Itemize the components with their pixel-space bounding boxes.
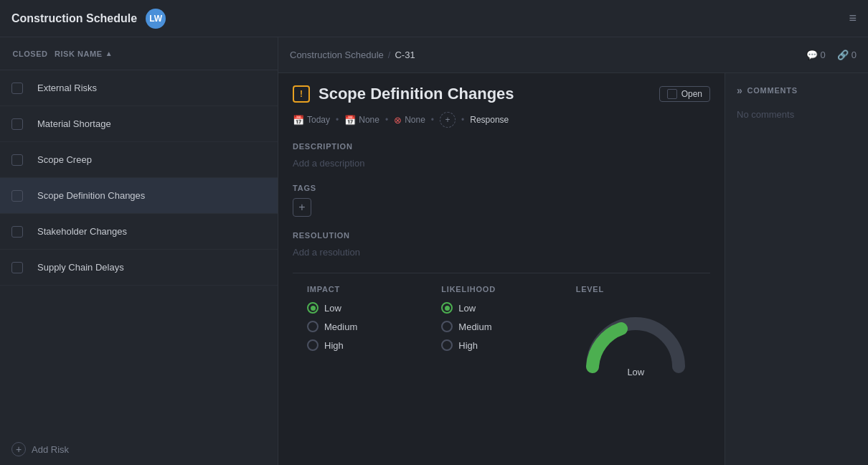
app-header: Construction Schedule LW ≡ [0, 0, 868, 37]
metrics-section: IMPACT Low Medium [293, 273, 710, 389]
breadcrumb-id: C-31 [395, 50, 415, 60]
impact-medium-option[interactable]: Medium [307, 321, 427, 332]
resolution-label: RESOLUTION [293, 231, 710, 240]
level-value: Low [627, 367, 644, 377]
comment-count: 0 [821, 50, 826, 60]
menu-icon[interactable]: ≡ [849, 11, 857, 26]
open-status-badge[interactable]: Open [659, 86, 710, 102]
meta-separator: • [336, 115, 339, 125]
no-comments-text: No comments [737, 109, 794, 120]
likelihood-medium-radio[interactable] [441, 321, 453, 332]
comments-header: » COMMENTS [737, 85, 857, 96]
attachment-badge[interactable]: 🔗 0 [837, 50, 857, 60]
impact-high-option[interactable]: High [307, 339, 427, 351]
table-row[interactable]: Supply Chain Delays [0, 250, 278, 286]
none-label-1: None [359, 115, 379, 125]
add-tag-button[interactable]: + [293, 198, 311, 217]
risk-name-label: External Risks [37, 83, 97, 93]
end-date-meta[interactable]: ⊗ None [394, 115, 425, 126]
likelihood-radio-group: Low Medium High [441, 302, 561, 351]
likelihood-high-option[interactable]: High [441, 339, 561, 351]
description-label: DESCRIPTION [293, 142, 710, 151]
impact-low-option[interactable]: Low [307, 302, 427, 314]
risk-warning-icon: ! [293, 85, 310, 103]
list-header: CLOSED RISK NAME ▲ [0, 37, 278, 70]
impact-high-label: High [324, 340, 344, 351]
attachment-icon: 🔗 [837, 50, 849, 60]
main-layout: CLOSED RISK NAME ▲ External Risks Materi… [0, 37, 868, 465]
breadcrumb-project[interactable]: Construction Schedule [290, 50, 384, 60]
table-row[interactable]: Scope Definition Changes [0, 178, 278, 214]
level-column: LEVEL Low [576, 285, 696, 377]
risk-name-label: Material Shortage [37, 118, 111, 129]
risk-checkbox[interactable] [11, 118, 23, 130]
date-meta[interactable]: 📅 Today [293, 115, 330, 126]
table-row[interactable]: Stakeholder Changes [0, 214, 278, 250]
risk-checkbox[interactable] [11, 154, 23, 166]
metrics-row: IMPACT Low Medium [307, 285, 696, 377]
likelihood-low-option[interactable]: Low [441, 302, 561, 314]
impact-high-radio[interactable] [307, 339, 319, 351]
avatar: LW [146, 9, 166, 29]
detail-header-icons: 💬 0 🔗 0 [806, 50, 857, 60]
likelihood-high-label: High [458, 340, 478, 351]
likelihood-medium-label: Medium [458, 321, 491, 332]
response-label[interactable]: Response [470, 115, 509, 125]
sort-arrow-icon[interactable]: ▲ [105, 50, 113, 57]
detail-main: ! Scope Definition Changes Open 📅 Today … [278, 73, 725, 465]
closed-column-header: CLOSED [11, 50, 49, 58]
likelihood-label: LIKELIHOOD [441, 285, 561, 293]
risk-checkbox[interactable] [11, 262, 23, 273]
add-risk-button[interactable]: + Add Risk [0, 433, 278, 465]
x-circle-icon: ⊗ [394, 115, 402, 126]
impact-low-label: Low [324, 303, 341, 314]
impact-medium-radio[interactable] [307, 321, 319, 332]
risk-name-label: Scope Creep [37, 154, 92, 165]
description-input[interactable]: Add a description [293, 158, 364, 169]
assignee-meta[interactable]: + [440, 112, 456, 128]
start-date-meta[interactable]: 📅 None [344, 115, 379, 126]
risk-checkbox[interactable] [11, 226, 23, 238]
date-label: Today [307, 115, 330, 125]
tags-section: TAGS + [293, 184, 710, 217]
level-label: LEVEL [576, 285, 696, 293]
impact-low-radio[interactable] [307, 302, 319, 314]
risk-name-label: Supply Chain Delays [37, 262, 124, 273]
plus-icon: + [11, 442, 26, 456]
impact-radio-group: Low Medium High [307, 302, 427, 351]
assignee-avatar[interactable]: + [440, 112, 456, 128]
add-risk-label: Add Risk [32, 444, 69, 455]
breadcrumb: Construction Schedule / C-31 [290, 50, 415, 60]
table-row[interactable]: Scope Creep [0, 142, 278, 178]
impact-label: IMPACT [307, 285, 427, 293]
tags-label: TAGS [293, 184, 710, 192]
risk-detail-title[interactable]: Scope Definition Changes [319, 85, 651, 103]
none-label-2: None [405, 115, 425, 125]
risk-list: External Risks Material Shortage Scope C… [0, 70, 278, 433]
left-panel: CLOSED RISK NAME ▲ External Risks Materi… [0, 37, 278, 465]
start-date-icon: 📅 [344, 115, 356, 126]
comment-badge[interactable]: 💬 0 [806, 50, 826, 60]
resolution-input[interactable]: Add a resolution [293, 247, 360, 258]
risk-title-row: ! Scope Definition Changes Open [293, 85, 710, 103]
calendar-icon: 📅 [293, 115, 304, 126]
likelihood-low-radio[interactable] [441, 302, 453, 314]
likelihood-medium-option[interactable]: Medium [441, 321, 561, 332]
table-row[interactable]: External Risks [0, 70, 278, 106]
likelihood-high-radio[interactable] [441, 339, 453, 351]
risk-name-label: Scope Definition Changes [37, 190, 145, 201]
breadcrumb-separator: / [388, 50, 391, 60]
app-title: Construction Schedule [11, 12, 137, 25]
likelihood-low-label: Low [458, 303, 476, 314]
comments-panel: » COMMENTS No comments [725, 73, 868, 465]
comment-icon: 💬 [806, 50, 818, 60]
likelihood-column: LIKELIHOOD Low Medium [441, 285, 575, 377]
table-row[interactable]: Material Shortage [0, 106, 278, 142]
meta-separator: • [385, 115, 388, 125]
risk-checkbox[interactable] [11, 83, 23, 94]
expand-icon[interactable]: » [737, 85, 743, 96]
detail-panel: Construction Schedule / C-31 💬 0 🔗 0 [278, 37, 868, 465]
comments-label: COMMENTS [747, 86, 798, 95]
status-checkbox[interactable] [667, 89, 677, 99]
risk-checkbox[interactable] [11, 190, 23, 202]
